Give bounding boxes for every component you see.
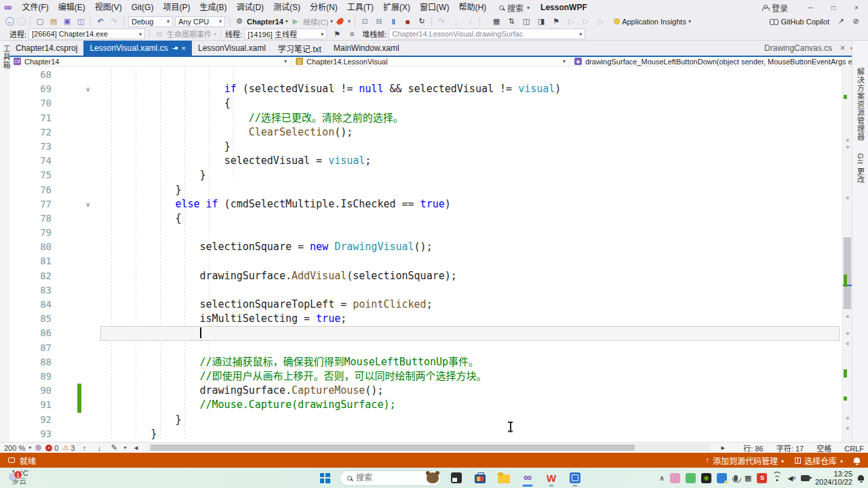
error-count[interactable]: × 0 [45,444,58,452]
minimize-button[interactable]: ─ [799,0,822,15]
line-number[interactable]: 71 [9,111,61,125]
maximize-button[interactable]: □ [822,0,845,15]
prev-issue-button[interactable]: ↑ [79,443,90,453]
line-number[interactable]: 78 [9,211,61,226]
code-line[interactable]: 92 } [9,413,842,427]
close-icon[interactable]: × [840,43,845,53]
save-all-icon[interactable]: ◫ [75,16,86,27]
code-line[interactable]: 82 drawingSurface.AddVisual(selectionSqu… [9,269,842,283]
window-layout-icon[interactable]: ◫ [521,16,532,27]
breadcrumb-project-dropdown[interactable]: C# Chapter14 ▾ [9,57,292,66]
line-indicator[interactable]: 行: 86 [743,445,763,453]
line-number[interactable]: 92 [9,413,61,427]
code-line[interactable]: 78 { [9,211,842,226]
code-editor[interactable]: 6869∨ if (selectedVisual != null && sele… [9,66,842,442]
pause-icon[interactable]: ‖ [388,16,399,27]
tray-app-pink-icon[interactable] [670,473,680,483]
scrollbar-thumb[interactable] [844,237,851,309]
menu-item[interactable]: 测试(S) [269,0,305,15]
menu-item[interactable]: 生成(B) [195,0,231,15]
code-text[interactable]: drawingSurface.AddVisual(selectionSquare… [102,269,457,283]
tray-app-chat-icon[interactable] [686,473,696,483]
compare-icon[interactable]: ◨ [536,16,547,27]
code-text[interactable]: } [102,140,231,154]
code-line[interactable]: 69∨ if (selectedVisual != null && select… [9,82,842,96]
code-line[interactable]: 77∨ else if (cmdSelectMultiple.IsChecked… [9,197,842,211]
line-number[interactable]: 85 [9,312,61,326]
tab-Chapter14.csproj[interactable]: Chapter14.csproj [9,41,83,56]
line-number[interactable]: 70 [9,96,61,110]
code-line[interactable]: 89 //即使用户从画布上移开。否则，可以同时绘制两个选择方块。 [9,369,842,384]
step-out-icon[interactable]: ↑ [465,16,475,27]
code-line[interactable]: 72 ClearSelection(); [9,125,842,140]
lifecycle-events-dropdown[interactable]: 生命周期事件 [167,28,212,39]
code-text[interactable]: ClearSelection(); [102,125,353,140]
menu-item[interactable]: 扩展(X) [378,0,415,15]
menu-item[interactable]: 项目(P) [158,0,195,15]
code-line[interactable]: 85 isMultiSelecting = true; [9,312,842,326]
store-icon[interactable] [471,468,489,487]
hot-reload-icon[interactable] [335,16,346,27]
code-text[interactable]: drawingSurface.CaptureMouse(); [102,384,383,398]
app-insights-dropdown[interactable]: Application Insights [622,18,686,26]
code-text[interactable]: { [102,211,181,226]
line-number[interactable]: 73 [9,140,61,154]
code-text[interactable]: //选择已更改。清除之前的选择。 [102,111,403,125]
taskbar-clock[interactable]: 13:25 2024/10/22 [815,470,852,486]
continue-button[interactable]: 继续(C) [303,16,328,27]
sign-in-button[interactable]: 登录 [762,2,788,14]
code-line[interactable]: 91 //Mouse.Capture(drawingSurface); [9,398,842,412]
platform-dropdown[interactable]: Any CPU ▾ [175,16,225,27]
volume-muted-icon[interactable]: ◀× [787,474,795,482]
close-button[interactable]: × [845,0,868,15]
line-number[interactable]: 84 [9,298,61,312]
sync-icon[interactable]: ⇅ [506,16,517,27]
code-line[interactable]: 83 [9,283,842,298]
hscroll-right-icon[interactable]: ▸ [717,443,728,453]
line-number[interactable]: 81 [9,254,61,268]
share-icon[interactable]: ↗ [835,16,846,27]
code-line[interactable]: 84 selectionSquareTopLeft = pointClicked… [9,298,842,312]
open-file-icon[interactable]: ▤ [48,16,59,27]
next-bookmark-icon[interactable]: ▷ [580,16,591,27]
line-number[interactable]: 88 [9,355,61,369]
add-to-source-control-button[interactable]: ↑ 添加到源代码管理 ▴ [705,455,784,466]
vertical-scrollbar[interactable] [842,66,852,442]
code-line[interactable]: 93 } [9,427,842,441]
line-number[interactable]: 74 [9,154,61,168]
breadcrumb-member-dropdown[interactable]: ◆ drawingSurface_MouseLeftButtonDown(obj… [570,57,856,66]
code-line[interactable]: 88 //通过捕获鼠标，确保我们得到MouseLeftButtonUp事件。 [9,355,842,369]
line-number[interactable]: 72 [9,125,61,140]
code-text[interactable]: } [102,427,157,441]
fold-chevron-icon[interactable]: ∨ [85,197,90,211]
line-number[interactable]: 80 [9,240,61,254]
toolbox-tab[interactable]: 工具箱 [1,45,12,69]
file-explorer-icon[interactable] [495,468,513,487]
tray-expand-icon[interactable]: ∧ [659,474,665,483]
menu-item[interactable]: 调试(D) [231,0,269,15]
hscroll-left-icon[interactable]: ◂ [130,443,141,453]
line-number[interactable]: 89 [9,369,61,384]
hscroll-thumb[interactable] [151,445,635,451]
horizontal-scrollbar[interactable] [148,444,711,451]
line-number[interactable]: 69 [9,82,61,96]
tray-remote-grid-icon[interactable]: ▦ [745,474,751,483]
warning-count[interactable]: ⚠ 3 [62,444,75,452]
line-number[interactable]: 90 [9,384,61,398]
code-text[interactable]: isMultiSelecting = true; [102,312,347,326]
line-number[interactable]: 68 [9,68,61,82]
code-line[interactable]: 76 } [9,183,842,197]
line-number[interactable]: 82 [9,269,61,283]
code-text[interactable]: { [102,96,231,110]
taskbar-search-pill[interactable] [340,470,441,486]
code-text[interactable]: selectionSquare = new DrawingVisual(); [102,240,433,254]
tab-MainWindow.xaml[interactable]: MainWindow.xaml [328,41,406,56]
line-number[interactable]: 93 [9,427,61,441]
code-text[interactable]: selectedVisual = visual; [102,154,371,168]
line-number[interactable]: 79 [9,226,61,240]
git-changes-tab[interactable]: Git 更改 [855,153,866,184]
parallel-stacks-icon[interactable]: ≡ [347,28,357,39]
code-text[interactable]: } [102,168,206,182]
code-line[interactable]: 81 [9,254,842,268]
tab-学习笔记.txt[interactable]: 学习笔记.txt [272,41,328,56]
